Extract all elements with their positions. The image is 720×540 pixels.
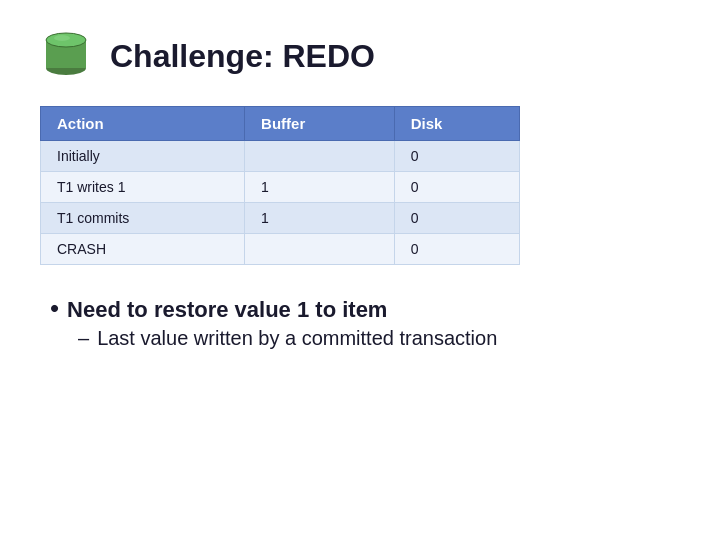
cell-action: T1 commits (41, 203, 245, 234)
page-title: Challenge: REDO (110, 38, 375, 75)
cell-disk: 0 (394, 141, 519, 172)
page-container: Challenge: REDO Action Buffer Disk Initi… (0, 0, 720, 540)
cell-buffer (245, 234, 395, 265)
col-buffer: Buffer (245, 107, 395, 141)
cell-action: Initially (41, 141, 245, 172)
cell-buffer: 1 (245, 203, 395, 234)
cell-buffer (245, 141, 395, 172)
dash-icon: – (78, 327, 89, 350)
bullet-sub: – Last value written by a committed tran… (50, 327, 680, 350)
table-row: T1 writes 110 (41, 172, 520, 203)
database-icon (40, 30, 92, 82)
col-action: Action (41, 107, 245, 141)
cell-buffer: 1 (245, 172, 395, 203)
cell-action: T1 writes 1 (41, 172, 245, 203)
bullet-dot: • (50, 295, 59, 321)
cell-disk: 0 (394, 203, 519, 234)
table-header-row: Action Buffer Disk (41, 107, 520, 141)
bullet-section: • Need to restore value 1 to item – Last… (40, 295, 680, 350)
bullet-main: • Need to restore value 1 to item (50, 295, 680, 323)
table-row: T1 commits10 (41, 203, 520, 234)
cell-disk: 0 (394, 234, 519, 265)
bullet-sub-text: Last value written by a committed transa… (97, 327, 497, 350)
svg-point-4 (54, 35, 70, 41)
col-disk: Disk (394, 107, 519, 141)
redo-table: Action Buffer Disk Initially0T1 writes 1… (40, 106, 520, 265)
table-row: CRASH0 (41, 234, 520, 265)
cell-action: CRASH (41, 234, 245, 265)
table-row: Initially0 (41, 141, 520, 172)
table-container: Action Buffer Disk Initially0T1 writes 1… (40, 106, 520, 265)
bullet-main-text: Need to restore value 1 to item (67, 297, 387, 323)
cell-disk: 0 (394, 172, 519, 203)
header-area: Challenge: REDO (40, 30, 680, 82)
